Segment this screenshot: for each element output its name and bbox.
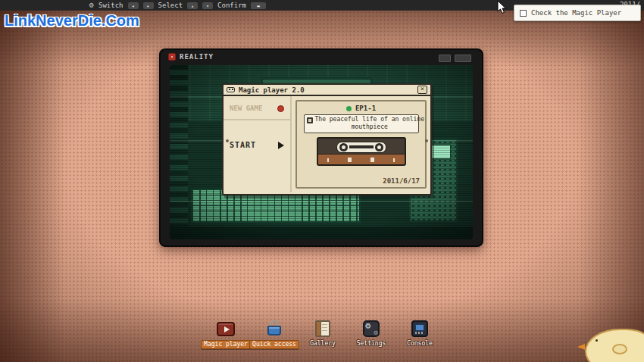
window-title: Magic player 2.0 — [239, 86, 414, 94]
console-icon — [410, 320, 430, 338]
icon-label: Settings — [357, 340, 386, 347]
tape-label-icon — [307, 117, 313, 123]
tape-date: 2011/6/17 — [383, 177, 420, 185]
tape-title-box: The peaceful life of an online mouthpiec… — [304, 114, 419, 133]
cassette-tick — [327, 158, 329, 162]
monitor-indicators — [439, 55, 471, 62]
window-body: NEW GAME START EP1-1 The peaceful life o… — [224, 96, 430, 192]
gear-icon: ⚙ — [365, 321, 370, 330]
console-screen — [415, 324, 424, 331]
desktop-icon-gallery[interactable]: Gallery — [300, 320, 345, 349]
screen-shelf — [170, 65, 188, 239]
cassette-icon — [227, 87, 235, 92]
switch-left-button-icon[interactable]: ◂ — [128, 2, 139, 9]
gears-icon: ⚙ ⚙ — [361, 320, 381, 338]
icon-label: Gallery — [310, 340, 336, 347]
cassette-tape-band — [349, 145, 374, 148]
console-icon-body — [411, 320, 428, 337]
confirm-button-icon[interactable]: ▬ — [251, 2, 266, 9]
monitor-indicator-chip — [455, 55, 471, 62]
window-screw-icon — [425, 139, 428, 142]
objective-label: Check the Magic Player — [531, 9, 621, 17]
cassette-ticks — [327, 158, 395, 162]
settings-icon-body: ⚙ ⚙ — [363, 320, 380, 337]
episode-row: EP1-1 — [302, 105, 420, 112]
console-keys — [415, 332, 424, 334]
tape-panel: EP1-1 The peaceful life of an online mou… — [295, 100, 427, 189]
notebook-body — [315, 320, 330, 337]
notebook-lines — [322, 324, 327, 333]
desktop-icons: Magic player Quick access Gallery ⚙ ⚙ Se… — [203, 320, 442, 349]
reality-logo-icon — [168, 53, 176, 61]
bucket-icon — [264, 320, 284, 338]
close-button[interactable]: × — [417, 86, 427, 94]
magic-player-icon — [216, 320, 236, 338]
cassette-left-reel-icon — [339, 143, 348, 151]
magic-player-icon-body — [217, 322, 235, 336]
tape-title: The peaceful life of an online mouthpiec… — [315, 116, 425, 132]
desktop-icon-magic-player[interactable]: Magic player — [203, 320, 249, 349]
monitor-brand: REALITY — [180, 53, 214, 61]
desktop-icon-settings[interactable]: ⚙ ⚙ Settings — [349, 320, 394, 349]
icon-label: Magic player — [201, 340, 251, 349]
screen-desk-surface — [170, 227, 473, 239]
chick-eye — [596, 339, 598, 342]
desktop-icon-console[interactable]: Console — [397, 320, 442, 349]
new-game-label: NEW GAME — [230, 105, 262, 112]
start-label: START — [230, 141, 256, 149]
play-icon — [278, 142, 284, 149]
start-option[interactable]: START — [224, 120, 290, 170]
chick-sprite — [571, 324, 644, 362]
monitor-header: REALITY — [168, 53, 214, 61]
cassette-graphic — [317, 137, 406, 166]
magic-player-window: Magic player 2.0 × NEW GAME START EP1-1 … — [222, 83, 432, 195]
tape-title-line1: The peaceful life of an online — [315, 116, 425, 123]
gear-icon: ⚙ — [374, 329, 378, 336]
window-menu-column: NEW GAME START — [224, 96, 292, 192]
play-icon — [224, 326, 230, 332]
cassette-tick — [370, 158, 374, 162]
confirm-label: Confirm — [217, 2, 246, 9]
chick-wing — [612, 344, 627, 354]
switch-label: Switch — [98, 2, 123, 9]
icon-label: Quick access — [249, 340, 299, 349]
switch-right-button-icon[interactable]: ▸ — [143, 2, 154, 9]
monitor-indicator-chip — [439, 55, 451, 62]
episode-label: EP1-1 — [355, 105, 376, 112]
record-dot-icon — [277, 105, 284, 112]
bucket-body — [267, 326, 281, 335]
desktop-icon-quick-access[interactable]: Quick access — [252, 320, 297, 349]
chick-beak — [577, 344, 585, 350]
objective-checkbox[interactable] — [520, 10, 527, 17]
notebook-icon — [313, 320, 333, 338]
objective-tooltip: Check the Magic Player — [514, 5, 641, 21]
new-game-option[interactable]: NEW GAME — [224, 96, 290, 120]
episode-dot-icon — [346, 106, 352, 111]
watermark: LinkNeverDie.Com — [5, 12, 139, 30]
window-titlebar[interactable]: Magic player 2.0 × — [224, 85, 430, 96]
select-label: Select — [158, 2, 183, 9]
notebook-spine — [317, 322, 321, 335]
select-up-button-icon[interactable]: ▴ — [187, 2, 198, 9]
select-down-button-icon[interactable]: ▾ — [202, 2, 213, 9]
gear-icon[interactable]: ⚙ — [89, 0, 94, 11]
window-screw-icon — [226, 139, 229, 142]
icon-label: Console — [407, 340, 433, 347]
scanline-glitch — [170, 201, 473, 202]
cassette-right-reel-icon — [375, 143, 383, 151]
cassette-tick — [348, 158, 352, 162]
cassette-tick — [393, 158, 395, 162]
mouse-cursor-icon — [497, 0, 507, 17]
cassette-reel-window — [336, 142, 386, 153]
tape-title-line2: mouthpiece — [315, 123, 425, 131]
